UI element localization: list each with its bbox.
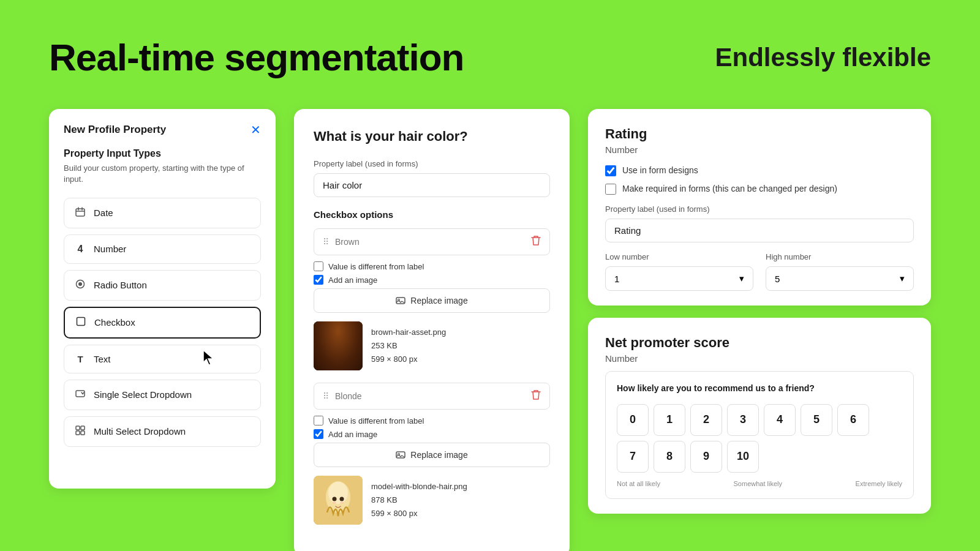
nps-3[interactable]: 3 xyxy=(727,404,759,436)
option1-file-info: brown-hair-asset.png 253 KB 599 × 800 px xyxy=(371,326,446,366)
nps-2[interactable]: 2 xyxy=(690,404,722,436)
nps-label-left: Not at all likely xyxy=(617,480,660,487)
nps-10[interactable]: 10 xyxy=(727,441,759,473)
svg-point-5 xyxy=(78,282,82,286)
value-diff-1-label: Value is different from label xyxy=(328,262,424,271)
checkbox-icon xyxy=(75,317,87,329)
rating-property-label-input[interactable] xyxy=(605,219,914,242)
nps-question: How likely are you to recommend us to a … xyxy=(617,383,902,394)
low-number-value: 1 xyxy=(614,274,619,284)
delete-option1-button[interactable] xyxy=(531,235,541,249)
value-diff-2-checkbox[interactable] xyxy=(314,416,323,425)
image-preview-1: brown-hair-asset.png 253 KB 599 × 800 px xyxy=(314,321,550,370)
nps-card: How likely are you to recommend us to a … xyxy=(605,371,914,498)
property-item-number[interactable]: 4 Number xyxy=(64,234,261,264)
single-select-icon xyxy=(74,389,86,401)
use-in-forms-row: Use in form designs xyxy=(605,165,914,177)
nps-numbers-row2: 7 8 9 10 xyxy=(617,441,902,473)
value-diff-1: Value is different from label xyxy=(314,261,550,271)
property-item-multi-select[interactable]: Multi Select Dropdown xyxy=(64,416,261,447)
add-image-2-label: Add an image xyxy=(328,430,377,439)
calendar-icon xyxy=(74,207,86,219)
rating-title: Rating xyxy=(605,126,914,142)
property-item-date[interactable]: Date xyxy=(64,198,261,228)
main-title: Real-time segmentation xyxy=(49,37,464,78)
value-diff-2: Value is different from label xyxy=(314,416,550,425)
svg-point-26 xyxy=(340,497,344,501)
high-number-chevron-icon: ▾ xyxy=(900,273,905,284)
svg-point-19 xyxy=(340,342,345,347)
svg-point-18 xyxy=(331,342,336,347)
high-number-select[interactable]: 5 ▾ xyxy=(766,266,914,291)
header: Real-time segmentation Endlessly flexibl… xyxy=(49,37,931,78)
replace-image-1-button[interactable]: Replace image xyxy=(314,288,550,313)
replace-image-2-button[interactable]: Replace image xyxy=(314,443,550,467)
property-item-checkbox[interactable]: Checkbox xyxy=(64,307,261,339)
make-required-row: Make required in forms (this can be chan… xyxy=(605,183,914,195)
text-icon: T xyxy=(74,354,86,364)
option2-filename: model-with-blonde-hair.png xyxy=(371,480,467,493)
high-number-group: High number 5 ▾ xyxy=(766,252,914,291)
checkbox-options-label: Checkbox options xyxy=(314,209,550,220)
drag-handle-2[interactable]: ⠿ xyxy=(323,391,329,401)
nps-label-middle: Somewhat likely xyxy=(734,480,782,487)
low-number-select[interactable]: 1 ▾ xyxy=(605,266,753,291)
option2-input[interactable] xyxy=(335,391,525,401)
rating-subtitle: Number xyxy=(605,144,914,155)
low-number-group: Low number 1 ▾ xyxy=(605,252,753,291)
close-button[interactable]: ✕ xyxy=(251,124,261,136)
property-item-number-label: Number xyxy=(94,244,126,254)
property-label-label: Property label (used in forms) xyxy=(314,159,550,168)
property-item-text-label: Text xyxy=(94,354,111,364)
nps-panel: Net promoter score Number How likely are… xyxy=(588,318,931,513)
high-number-value: 5 xyxy=(775,274,780,284)
use-in-forms-checkbox[interactable] xyxy=(605,165,616,176)
page-background: Real-time segmentation Endlessly flexibl… xyxy=(0,0,980,551)
svg-point-17 xyxy=(323,349,353,367)
radio-icon xyxy=(74,279,86,291)
svg-point-24 xyxy=(328,482,348,504)
property-label-input[interactable] xyxy=(314,173,550,197)
option1-dimensions: 599 × 800 px xyxy=(371,353,446,366)
low-number-chevron-icon: ▾ xyxy=(739,273,744,284)
make-required-checkbox[interactable] xyxy=(605,184,616,195)
add-image-1-checkbox[interactable] xyxy=(314,275,323,285)
property-item-text[interactable]: T Text xyxy=(64,345,261,373)
nps-5[interactable]: 5 xyxy=(801,404,832,436)
delete-option2-button[interactable] xyxy=(531,389,541,403)
low-number-label: Low number xyxy=(605,252,753,261)
add-image-2-checkbox[interactable] xyxy=(314,429,323,439)
image-preview-2: model-with-blonde-hair.png 878 KB 599 × … xyxy=(314,476,550,525)
add-image-2: Add an image xyxy=(314,429,550,439)
checkbox-option-1: ⠿ Value is different from label Add an i… xyxy=(314,228,550,370)
nps-9[interactable]: 9 xyxy=(690,441,722,473)
option1-row: ⠿ xyxy=(314,228,550,255)
rating-property-label-label: Property label (used in forms) xyxy=(605,204,914,214)
property-item-radio[interactable]: Radio Button xyxy=(64,270,261,301)
nps-subtitle: Number xyxy=(605,353,914,364)
property-item-single-select[interactable]: Single Select Dropdown xyxy=(64,380,261,410)
property-item-checkbox-label: Checkbox xyxy=(94,317,135,328)
option2-file-info: model-with-blonde-hair.png 878 KB 599 × … xyxy=(371,480,467,520)
value-diff-1-checkbox[interactable] xyxy=(314,261,323,271)
nps-7[interactable]: 7 xyxy=(617,441,649,473)
svg-rect-9 xyxy=(81,426,85,430)
option1-input[interactable] xyxy=(335,237,525,247)
number-row: Low number 1 ▾ High number 5 ▾ xyxy=(605,252,914,291)
replace-image-1-label: Replace image xyxy=(410,296,467,305)
svg-point-16 xyxy=(327,324,349,349)
right-column: Rating Number Use in form designs Make r… xyxy=(588,109,931,513)
drag-handle-1[interactable]: ⠿ xyxy=(323,237,329,247)
option2-dimensions: 599 × 800 px xyxy=(371,507,467,520)
nps-8[interactable]: 8 xyxy=(654,441,685,473)
nps-4[interactable]: 4 xyxy=(764,404,796,436)
nps-labels: Not at all likely Somewhat likely Extrem… xyxy=(617,480,902,487)
nps-0[interactable]: 0 xyxy=(617,404,649,436)
middle-panel: What is your hair color? Property label … xyxy=(294,109,570,551)
svg-rect-6 xyxy=(77,317,85,325)
nps-1[interactable]: 1 xyxy=(654,404,685,436)
section-desc: Build your custom property, starting wit… xyxy=(64,163,261,185)
nps-title: Net promoter score xyxy=(605,335,914,351)
svg-rect-10 xyxy=(76,431,80,435)
nps-6[interactable]: 6 xyxy=(837,404,869,436)
